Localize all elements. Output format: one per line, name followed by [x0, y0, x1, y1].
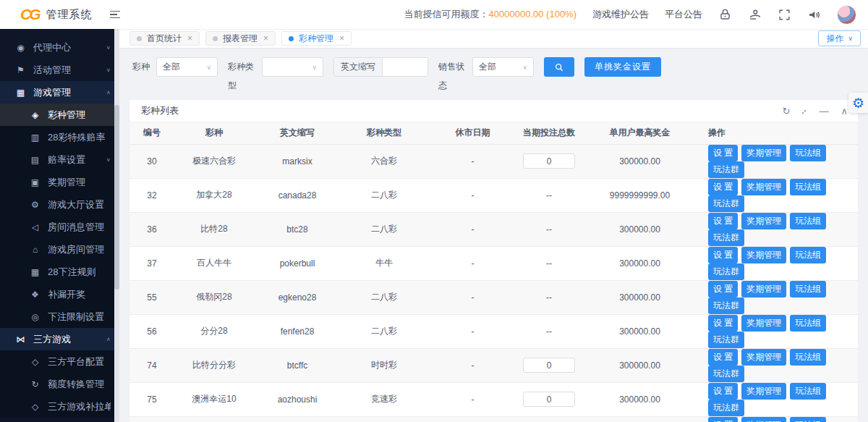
- play-group-button[interactable]: 玩法组: [790, 213, 826, 229]
- close-icon[interactable]: ×: [263, 33, 268, 43]
- collapse-menu-icon[interactable]: [110, 9, 120, 21]
- lottery-select-value: 全部: [163, 61, 206, 73]
- sidebar-item-label: 奖期管理: [48, 176, 85, 189]
- sidebar-item-lottery[interactable]: ◈彩种管理: [0, 104, 119, 126]
- prize-period-button[interactable]: 奖期管理: [741, 281, 786, 297]
- settings-button[interactable]: 设 置: [708, 247, 738, 263]
- theme-settings-gear-icon[interactable]: ⚙: [848, 93, 868, 113]
- sidebar-item-pull[interactable]: ◇三方游戏补拉单: [0, 395, 119, 418]
- lottery-table: 编号彩种英文缩写彩种类型休市日期当期投注总数单用户最高奖金操作 30极速六合彩m…: [129, 122, 858, 422]
- search-button[interactable]: [544, 57, 574, 77]
- app-logo: CG 管理系统: [0, 6, 101, 23]
- table-cell: 二八彩: [341, 212, 427, 246]
- sidebar-item-room[interactable]: ⌂游戏房间管理: [0, 238, 119, 261]
- table-row: 55俄勒冈28egkeno28二八彩---300000.00设 置奖期管理玩法组…: [129, 280, 858, 314]
- play-cluster-button[interactable]: 玩法群: [708, 195, 744, 212]
- play-group-button[interactable]: 玩法组: [790, 383, 826, 400]
- table-cell: 比特分分彩: [174, 348, 254, 382]
- sidebar-item-agent[interactable]: ◉代理中心∨: [0, 36, 119, 59]
- fullscreen-icon[interactable]: [778, 8, 791, 22]
- play-group-button[interactable]: 玩法组: [790, 417, 826, 422]
- play-group-button[interactable]: 玩法组: [790, 281, 826, 297]
- fold-icon[interactable]: ∧: [841, 106, 848, 116]
- play-cluster-button[interactable]: 玩法群: [708, 229, 744, 246]
- refresh-icon[interactable]: ↻: [783, 106, 791, 116]
- bets-count-input[interactable]: [523, 358, 575, 373]
- sidebar-item-platform[interactable]: ◇三方平台配置: [0, 350, 119, 373]
- prize-period-button[interactable]: 奖期管理: [741, 383, 786, 400]
- actions-cell: 设 置奖期管理玩法组玩法群: [699, 416, 858, 422]
- expand-icon[interactable]: ↕: [802, 106, 807, 116]
- play-group-button[interactable]: 玩法组: [790, 145, 826, 161]
- sidebar-item-activity[interactable]: ⚑活动管理∨: [0, 59, 119, 81]
- type-select[interactable]: ∨: [262, 57, 323, 77]
- abbr-input-group: 英文缩写: [333, 57, 428, 77]
- tab-报表管理[interactable]: 报表管理×: [205, 31, 276, 46]
- operations-dropdown-button[interactable]: 操作∨: [818, 30, 861, 46]
- pull-icon: ◇: [29, 402, 41, 412]
- sidebar-item-hall[interactable]: ⚙游戏大厅设置: [0, 193, 119, 216]
- bets-cell: --: [518, 280, 580, 314]
- collapse-icon[interactable]: —: [819, 106, 828, 116]
- bets-count-input[interactable]: [523, 392, 575, 407]
- sound-icon[interactable]: [807, 8, 821, 22]
- sidebar-item-quota[interactable]: ↻额度转换管理: [0, 373, 119, 395]
- chevron-up-icon: ∧: [106, 337, 111, 342]
- sidebar-item-third[interactable]: ⋈三方游戏∧: [0, 328, 119, 350]
- lock-icon[interactable]: [718, 8, 732, 22]
- table-cell: 六合彩: [341, 144, 427, 178]
- play-cluster-button[interactable]: 玩法群: [708, 161, 744, 178]
- status-select-value: 全部: [479, 61, 522, 73]
- play-group-button[interactable]: 玩法组: [790, 179, 826, 195]
- sidebar-item-room-msg[interactable]: ◁房间消息管理: [0, 216, 119, 238]
- settings-button[interactable]: 设 置: [708, 349, 738, 366]
- settings-button[interactable]: 设 置: [708, 417, 738, 422]
- lottery-select[interactable]: 全部 ∨: [156, 57, 218, 77]
- settings-button[interactable]: 设 置: [708, 315, 738, 332]
- sidebar-item-game[interactable]: ▦游戏管理∧: [0, 81, 119, 104]
- prize-period-button[interactable]: 奖期管理: [741, 145, 786, 161]
- sidebar-item-limit[interactable]: ◎下注限制设置: [0, 305, 119, 328]
- single-bonus-settings-button[interactable]: 单挑奖金设置: [584, 57, 661, 77]
- tab-首页统计[interactable]: 首页统计×: [129, 31, 200, 46]
- close-icon[interactable]: ×: [339, 33, 344, 43]
- prize-period-button[interactable]: 奖期管理: [741, 417, 786, 422]
- prize-period-button[interactable]: 奖期管理: [741, 315, 786, 332]
- status-select[interactable]: 全部 ∨: [472, 57, 534, 77]
- tab-彩种管理[interactable]: 彩种管理×: [281, 31, 352, 46]
- play-cluster-button[interactable]: 玩法群: [708, 297, 744, 314]
- service-icon[interactable]: [748, 8, 762, 22]
- prize-period-button[interactable]: 奖期管理: [741, 213, 786, 229]
- settings-button[interactable]: 设 置: [708, 145, 738, 161]
- sidebar-scrollbar-thumb[interactable]: [114, 105, 119, 290]
- play-cluster-button[interactable]: 玩法群: [708, 332, 744, 348]
- settings-button[interactable]: 设 置: [708, 281, 738, 297]
- settings-button[interactable]: 设 置: [708, 179, 738, 195]
- sidebar-item-special-odds[interactable]: ▥28彩特殊赔率: [0, 126, 119, 148]
- play-cluster-button[interactable]: 玩法群: [708, 366, 744, 382]
- prize-period-button[interactable]: 奖期管理: [741, 349, 786, 366]
- sidebar-item-label: 28下注规则: [48, 266, 95, 279]
- user-avatar[interactable]: [837, 5, 856, 25]
- close-icon[interactable]: ×: [187, 33, 192, 43]
- settings-button[interactable]: 设 置: [708, 383, 738, 400]
- settings-button[interactable]: 设 置: [708, 213, 738, 229]
- sidebar-item-makeup[interactable]: ❖补漏开奖: [0, 283, 119, 305]
- sidebar-item-rule[interactable]: ▦28下注规则: [0, 261, 119, 283]
- play-group-button[interactable]: 玩法组: [790, 315, 826, 332]
- abbr-input[interactable]: [383, 58, 427, 76]
- maintenance-notice-link[interactable]: 游戏维护公告: [592, 8, 649, 21]
- play-group-button[interactable]: 玩法组: [790, 349, 826, 366]
- sidebar-scrollbar[interactable]: [114, 29, 119, 422]
- play-cluster-button[interactable]: 玩法群: [708, 263, 744, 280]
- bets-cell: [518, 348, 580, 382]
- prize-period-button[interactable]: 奖期管理: [741, 179, 786, 195]
- play-cluster-button[interactable]: 玩法群: [708, 400, 744, 416]
- table-cell: 牛牛: [341, 246, 427, 280]
- platform-notice-link[interactable]: 平台公告: [665, 8, 702, 21]
- prize-period-button[interactable]: 奖期管理: [741, 247, 786, 263]
- play-group-button[interactable]: 玩法组: [790, 247, 826, 263]
- sidebar-item-prize[interactable]: ▣奖期管理: [0, 171, 119, 193]
- sidebar-item-odds[interactable]: ▤赔率设置∨: [0, 148, 119, 171]
- bets-count-input[interactable]: [523, 153, 575, 169]
